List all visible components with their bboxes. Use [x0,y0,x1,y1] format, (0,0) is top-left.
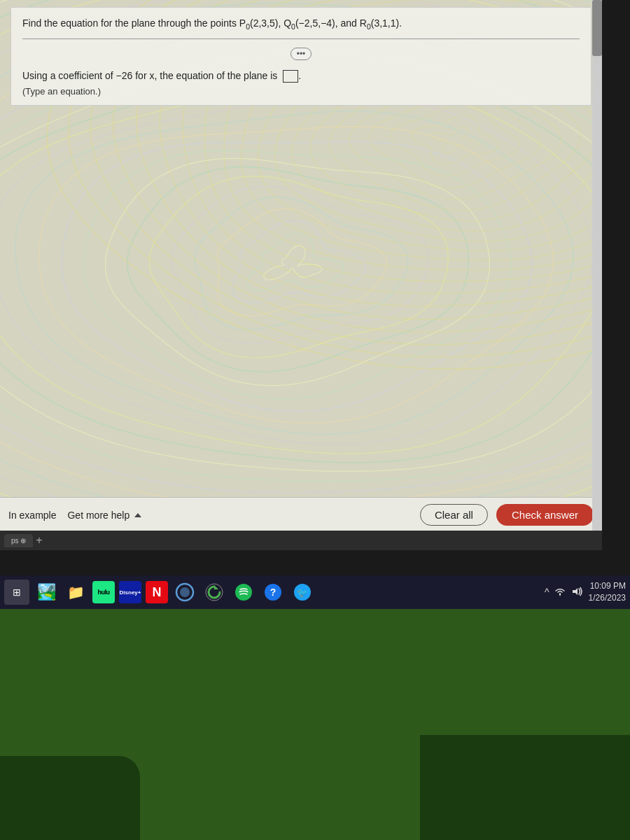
twitter-icon[interactable]: 🐦 [290,580,315,605]
disney-plus-icon[interactable]: Disney+ [119,581,141,603]
taskbar: ⊞ 🏞️ 📁 hulu Disney+ N [0,575,630,609]
bottom-toolbar: In example Get more help Clear all Check… [0,497,602,532]
content-overlay: Find the equation for the plane through … [0,0,602,532]
svg-point-4 [235,584,252,601]
file-icon[interactable]: 📁 [63,580,88,605]
netflix-icon[interactable]: N [146,581,168,603]
clock-date: 1/26/2023 [589,592,626,604]
svg-marker-9 [573,588,578,595]
spotify-icon[interactable] [231,580,256,605]
desktop-area [0,609,630,840]
system-icons: ^ [545,587,583,598]
start-icon[interactable]: ⊞ [4,580,29,605]
more-options-button[interactable]: ••• [290,48,312,60]
answer-note: (Type an equation.) [22,86,580,97]
svg-text:?: ? [270,587,276,598]
svg-text:🐦: 🐦 [297,587,309,598]
desk-shadow-left [0,756,140,840]
svg-marker-3 [214,585,218,589]
browser-tab-strip: ps ⊕ + [0,531,602,550]
answer-input-box[interactable] [283,70,298,83]
check-answer-button[interactable]: Check answer [496,504,594,526]
clock-time: 10:09 PM [589,580,626,592]
photo-app-icon[interactable]: 🏞️ [34,580,59,605]
answer-prompt: Using a coefficient of −26 for x, the eq… [22,67,580,85]
wifi-icon[interactable] [554,587,566,598]
clear-all-button[interactable]: Clear all [420,504,488,526]
volume-icon[interactable] [570,587,583,598]
main-content-area: Find the equation for the plane through … [0,0,602,532]
tab-label: ps ⊕ [11,537,26,545]
browser-c-icon[interactable] [202,580,227,605]
taskbar-clock[interactable]: 10:09 PM 1/26/2023 [589,580,626,604]
divider [22,38,580,39]
get-more-help-button[interactable]: Get more help [67,510,141,521]
scrollbar-thumb[interactable] [592,0,602,56]
cortana-icon[interactable] [172,580,197,605]
browser-tab[interactable]: ps ⊕ [4,534,33,547]
question-box: Find the equation for the plane through … [10,7,592,106]
taskbar-left: ⊞ 🏞️ 📁 hulu Disney+ N [4,580,315,605]
in-example-button[interactable]: In example [8,510,56,521]
new-tab-button[interactable]: + [36,534,42,547]
desk-shadow-right [420,735,630,840]
hulu-icon[interactable]: hulu [92,581,115,603]
right-border [602,0,630,532]
question-title: Find the equation for the plane through … [22,16,580,33]
taskbar-right: ^ 10:09 PM 1/26/2023 [545,580,626,604]
show-hidden-icons[interactable]: ^ [545,587,550,598]
chevron-up-icon [134,513,141,517]
svg-point-1 [180,587,190,597]
scrollbar[interactable] [592,0,602,532]
help-icon[interactable]: ? [260,580,286,605]
